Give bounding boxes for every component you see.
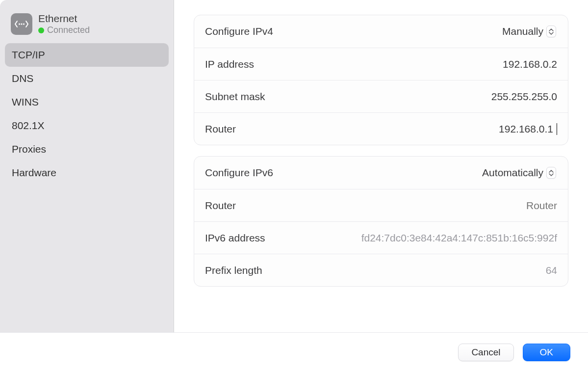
configure-ipv6-value: Automatically [482, 167, 543, 179]
connection-header: Ethernet Connected [5, 10, 169, 40]
subnet-mask-value[interactable]: 255.255.255.0 [491, 91, 557, 103]
sidebar-item-hardware[interactable]: Hardware [5, 161, 169, 185]
label-ip-address: IP address [205, 58, 254, 70]
router-ipv4-value: 192.168.0.1 [499, 123, 553, 135]
sidebar: Ethernet Connected TCP/IP DNS WINS 802.1… [0, 0, 174, 332]
row-subnet-mask: Subnet mask 255.255.255.0 [194, 80, 568, 112]
connection-status: Connected [47, 25, 90, 35]
router-ipv6-input[interactable] [381, 200, 557, 212]
sidebar-nav: TCP/IP DNS WINS 802.1X Proxies Hardware [5, 43, 169, 185]
connection-status-row: Connected [38, 25, 90, 35]
label-subnet-mask: Subnet mask [205, 91, 265, 103]
dialog-footer: Cancel OK [0, 332, 588, 374]
text-cursor-icon [557, 123, 557, 135]
prefix-length-value: 64 [546, 265, 557, 276]
label-configure-ipv4: Configure IPv4 [205, 26, 273, 37]
ipv6-address-value: fd24:7dc0:3e84:42a4:147c:851b:16c5:992f [361, 232, 557, 244]
connection-name: Ethernet [38, 13, 90, 25]
row-router-ipv6: Router [194, 189, 568, 221]
label-ipv6-address: IPv6 address [205, 232, 265, 244]
ipv6-group: Configure IPv6 Automatically Router IPv6… [194, 156, 568, 287]
svg-point-1 [21, 23, 22, 25]
label-router-ipv6: Router [205, 200, 236, 212]
sidebar-item-wins[interactable]: WINS [5, 90, 169, 114]
configure-ipv4-popup[interactable]: Manually [499, 25, 557, 38]
row-configure-ipv6: Configure IPv6 Automatically [194, 157, 568, 189]
ok-button[interactable]: OK [523, 344, 570, 361]
configure-ipv6-popup[interactable]: Automatically [479, 166, 557, 180]
status-dot-icon [38, 27, 44, 33]
configure-ipv4-value: Manually [502, 26, 543, 37]
updown-chevron-icon [546, 26, 556, 37]
ipv4-group: Configure IPv4 Manually IP address 192.1… [194, 15, 568, 145]
label-router-ipv4: Router [205, 123, 236, 135]
updown-chevron-icon [546, 167, 556, 179]
ethernet-icon [11, 13, 32, 35]
window-body: Ethernet Connected TCP/IP DNS WINS 802.1… [0, 0, 588, 332]
row-router-ipv4: Router 192.168.0.1 [194, 112, 568, 145]
svg-point-2 [23, 23, 25, 25]
sidebar-item-proxies[interactable]: Proxies [5, 137, 169, 161]
row-configure-ipv4: Configure IPv4 Manually [194, 15, 568, 48]
row-prefix-length: Prefix length 64 [194, 254, 568, 286]
router-ipv4-field[interactable]: 192.168.0.1 [499, 123, 557, 135]
sidebar-item-8021x[interactable]: 802.1X [5, 114, 169, 137]
row-ip-address: IP address 192.168.0.2 [194, 48, 568, 80]
sidebar-item-tcpip[interactable]: TCP/IP [5, 43, 169, 67]
label-configure-ipv6: Configure IPv6 [205, 167, 273, 179]
sidebar-item-dns[interactable]: DNS [5, 67, 169, 90]
row-ipv6-address: IPv6 address fd24:7dc0:3e84:42a4:147c:85… [194, 221, 568, 254]
main-content: Configure IPv4 Manually IP address 192.1… [174, 0, 588, 332]
svg-point-0 [19, 23, 20, 25]
label-prefix-length: Prefix length [205, 265, 262, 276]
connection-info: Ethernet Connected [38, 13, 90, 35]
cancel-button[interactable]: Cancel [458, 344, 513, 361]
network-settings-window: Ethernet Connected TCP/IP DNS WINS 802.1… [0, 0, 588, 374]
ip-address-value[interactable]: 192.168.0.2 [503, 58, 557, 70]
